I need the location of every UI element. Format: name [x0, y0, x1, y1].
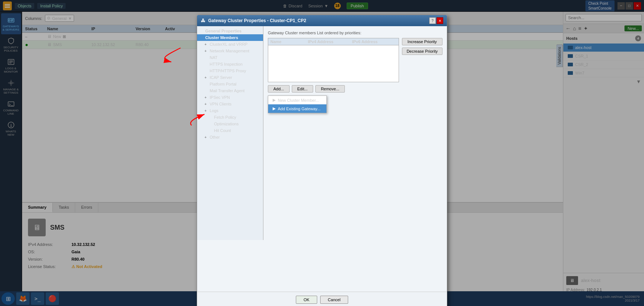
members-table-container: Name IPv4 Address IPv6 Address — [268, 38, 399, 82]
add-button[interactable]: Add... — [268, 85, 290, 93]
priority-buttons: Increase Priority Decrease Priority — [402, 38, 442, 55]
tree-https-inspection[interactable]: HTTPS Inspection — [197, 61, 263, 67]
decrease-priority-button[interactable]: Decrease Priority — [402, 48, 442, 55]
tree-http-proxy[interactable]: HTTP/HTTPS Proxy — [197, 67, 263, 74]
cancel-button[interactable]: Cancel — [320, 296, 348, 304]
dialog-close-button[interactable]: ✕ — [437, 17, 443, 24]
tree-other[interactable]: + Other — [197, 134, 263, 140]
tree-logs[interactable]: + Logs — [197, 107, 263, 114]
members-area: Name IPv4 Address IPv6 Address Increase … — [268, 38, 442, 82]
remove-button[interactable]: Remove... — [315, 85, 345, 93]
expander-icon: + — [204, 49, 208, 53]
expander-icon: + — [204, 135, 208, 139]
tree-ipsec-vpn[interactable]: + IPSec VPN — [197, 94, 263, 101]
expander-icon: + — [204, 109, 208, 113]
action-buttons: Add... Edit... Remove... — [268, 85, 442, 93]
dialog-overlay: 🖧 Gateway Cluster Properties - Cluster-C… — [0, 0, 644, 306]
tree-general-properties[interactable]: General Properties — [197, 28, 263, 34]
dialog-tree: General Properties Cluster Members + Clu… — [197, 26, 263, 240]
dialog-titlebar: 🖧 Gateway Cluster Properties - Cluster-C… — [197, 15, 447, 26]
dialog-section-title: Gateway Cluster members List ordered by … — [268, 31, 442, 35]
dialog-title-text: Gateway Cluster Properties - Cluster-CP1… — [208, 18, 306, 23]
expander-icon: + — [204, 95, 208, 100]
expander-icon: + — [204, 42, 208, 46]
tree-optimizations[interactable]: Optimizations — [197, 121, 263, 127]
increase-priority-button[interactable]: Increase Priority — [402, 38, 442, 45]
tree-platform-portal[interactable]: Platform Portal — [197, 81, 263, 87]
edit-button[interactable]: Edit... — [292, 85, 313, 93]
dialog-help-button[interactable]: ? — [429, 17, 436, 24]
dialog-controls: ? ✕ — [429, 17, 443, 24]
tree-network-mgmt[interactable]: + Network Management — [197, 48, 263, 54]
members-body — [268, 45, 399, 75]
tree-vpn-clients[interactable]: + VPN Clients — [197, 101, 263, 107]
th-ipv6: IPv6 Address — [352, 39, 396, 44]
dialog-footer: OK Cancel — [197, 292, 447, 306]
tree-cluster-members[interactable]: Cluster Members — [197, 34, 263, 41]
add-dropdown-menu: ▶ New Cluster Member... ▶ Add Existing G… — [268, 95, 327, 113]
tree-icap[interactable]: + ICAP Server — [197, 74, 263, 81]
ok-button[interactable]: OK — [296, 296, 317, 304]
members-table: Name IPv4 Address IPv6 Address — [268, 38, 399, 82]
arrow-right-icon: ▶ — [273, 98, 276, 102]
action-area: Add... Edit... Remove... ▶ New Cluster M… — [268, 85, 442, 93]
th-name: Name — [270, 39, 308, 44]
tree-mail-transfer[interactable]: Mail Transfer Agent — [197, 87, 263, 94]
members-header: Name IPv4 Address IPv6 Address — [268, 38, 399, 45]
gateway-cluster-dialog: 🖧 Gateway Cluster Properties - Cluster-C… — [197, 15, 447, 306]
th-ipv4: IPv4 Address — [308, 39, 352, 44]
new-cluster-member-item[interactable]: ▶ New Cluster Member... — [268, 96, 326, 104]
dialog-main-content: Gateway Cluster members List ordered by … — [263, 26, 447, 240]
expander-icon: + — [204, 102, 208, 106]
tree-nat[interactable]: NAT — [197, 54, 263, 61]
dialog-title-icon: 🖧 — [201, 18, 205, 23]
dialog-title-left: 🖧 Gateway Cluster Properties - Cluster-C… — [201, 18, 306, 23]
tree-fetch-policy[interactable]: Fetch Policy — [197, 114, 263, 121]
tree-hit-count[interactable]: Hit Count — [197, 127, 263, 134]
dialog-body: General Properties Cluster Members + Clu… — [197, 26, 447, 240]
tree-clusterxl[interactable]: + ClusterXL and VRRP — [197, 41, 263, 48]
expander-icon: + — [204, 76, 208, 80]
add-existing-gateway-item[interactable]: ▶ Add Existing Gateway... — [268, 104, 326, 113]
arrow-right-icon: ▶ — [273, 106, 276, 111]
